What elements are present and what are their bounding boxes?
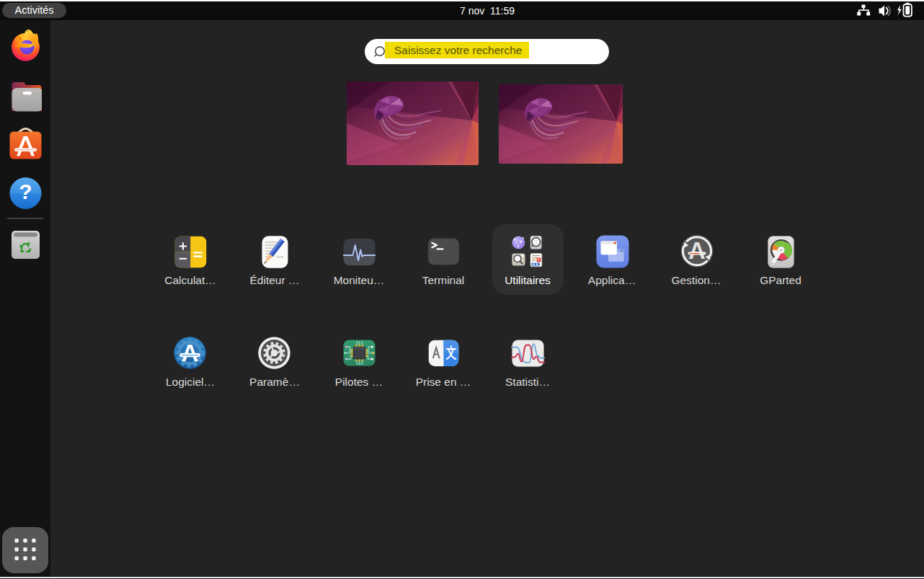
svg-text:A: A [182,340,199,366]
svg-text:A: A [688,238,705,264]
svg-text:?: ? [19,180,32,203]
